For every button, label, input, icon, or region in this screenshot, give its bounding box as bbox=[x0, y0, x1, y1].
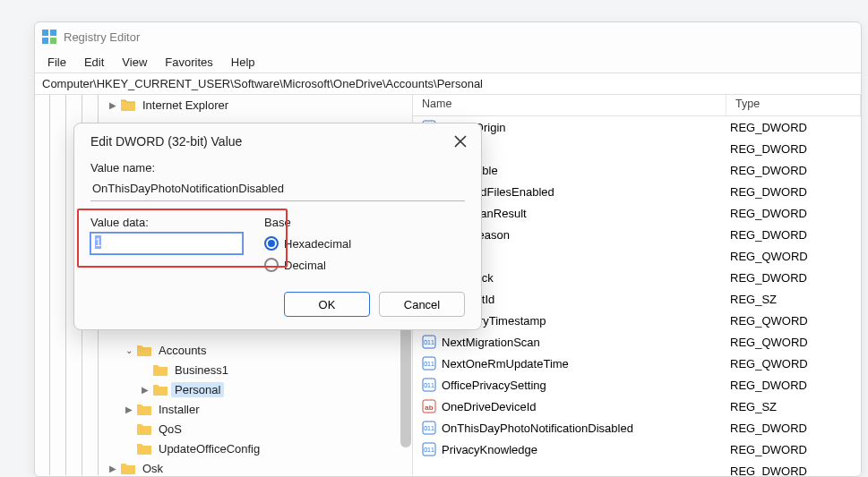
row-type: REG_DWORD bbox=[730, 379, 807, 392]
row-name: OfficePrivacySetting bbox=[442, 379, 730, 392]
list-row[interactable]: 011NextMigrationScanREG_QWORD bbox=[413, 331, 861, 353]
row-name: NextMigrationScan bbox=[442, 336, 730, 349]
row-name: NextOneRmUpdateTime bbox=[442, 357, 730, 371]
row-type: REG_DWORD bbox=[730, 464, 807, 476]
row-type: REG_DWORD bbox=[730, 121, 807, 134]
row-type: REG_DWORD bbox=[730, 164, 807, 177]
tree-scrollbar[interactable] bbox=[400, 322, 411, 447]
tree-node-qos[interactable]: QoS bbox=[35, 419, 263, 439]
row-type: REG_DWORD bbox=[730, 228, 807, 242]
radio-label: Hexadecimal bbox=[284, 237, 351, 251]
radio-hexadecimal[interactable]: Hexadecimal bbox=[264, 233, 351, 254]
svg-text:011: 011 bbox=[424, 339, 434, 345]
row-type: REG_QWORD bbox=[730, 336, 808, 349]
menu-file[interactable]: File bbox=[39, 54, 75, 71]
value-data-input[interactable]: 1 bbox=[90, 233, 243, 254]
reg-binary-icon: 011 bbox=[422, 421, 436, 435]
tree-label: Business1 bbox=[171, 362, 232, 378]
list-row[interactable]: 011OnThisDayPhotoNotificationDisabledREG… bbox=[413, 417, 861, 439]
tree-label: Accounts bbox=[155, 343, 210, 358]
chevron-right-icon[interactable]: ▶ bbox=[107, 464, 119, 473]
radio-decimal[interactable]: Decimal bbox=[264, 254, 351, 276]
tree-node-installer[interactable]: ▶ Installer bbox=[35, 399, 263, 419]
svg-rect-0 bbox=[42, 30, 48, 36]
tree-node-business1[interactable]: Business1 bbox=[35, 360, 263, 379]
menu-favorites[interactable]: Favorites bbox=[156, 54, 221, 71]
folder-icon bbox=[121, 462, 135, 474]
folder-open-icon bbox=[137, 344, 151, 356]
row-type: REG_DWORD bbox=[730, 185, 807, 199]
tree-node-internet-explorer[interactable]: ▶ Internet Explorer bbox=[35, 95, 263, 115]
row-type: REG_QWORD bbox=[730, 314, 808, 328]
column-header-name[interactable]: Name bbox=[413, 95, 726, 115]
cancel-button[interactable]: Cancel bbox=[379, 292, 465, 317]
tree-node-accounts[interactable]: ⌄ Accounts bbox=[35, 340, 263, 360]
row-name: ationScanResult bbox=[442, 207, 730, 220]
row-name: OnThisDayPhotoNotificationDisabled bbox=[442, 422, 730, 435]
row-name: ketQueryTimestamp bbox=[442, 314, 730, 328]
tree-node-osk[interactable]: ▶ Osk bbox=[35, 458, 263, 475]
menubar: File Edit View Favorites Help bbox=[35, 51, 861, 72]
row-type: REG_SZ bbox=[730, 293, 777, 306]
row-type: REG_DWORD bbox=[730, 207, 807, 220]
menu-view[interactable]: View bbox=[113, 54, 156, 71]
tree-label: UpdateOfficeConfig bbox=[155, 441, 263, 456]
value-name-field: OnThisDayPhotoNotificationDisabled bbox=[90, 178, 465, 201]
tree-label: Osk bbox=[139, 461, 167, 476]
list-row[interactable]: abOneDriveDeviceIdREG_SZ bbox=[413, 396, 861, 417]
folder-icon bbox=[137, 442, 151, 455]
value-name-label: Value name: bbox=[90, 161, 465, 175]
row-type: REG_DWORD bbox=[730, 142, 807, 156]
folder-icon bbox=[153, 363, 168, 376]
row-name: downReason bbox=[442, 228, 730, 242]
svg-rect-2 bbox=[42, 38, 48, 44]
reg-binary-icon: 011 bbox=[422, 335, 436, 349]
chevron-down-icon[interactable]: ⌄ bbox=[123, 345, 135, 355]
row-type: REG_QWORD bbox=[730, 250, 808, 263]
chevron-right-icon[interactable]: ▶ bbox=[123, 405, 135, 414]
menu-edit[interactable]: Edit bbox=[75, 54, 113, 71]
list-row[interactable]: 011PrivacyKnowledgeREG_DWORD bbox=[413, 439, 861, 460]
folder-icon bbox=[137, 403, 151, 415]
folder-icon bbox=[137, 422, 151, 435]
list-row[interactable]: 011NextOneRmUpdateTimeREG_QWORD bbox=[413, 353, 861, 374]
svg-rect-3 bbox=[50, 38, 56, 44]
row-name: OneDriveDeviceId bbox=[442, 400, 730, 413]
row-name: SignInOrigin bbox=[442, 121, 730, 134]
list-row[interactable]: 011OfficePrivacySettingREG_DWORD bbox=[413, 374, 861, 396]
folder-icon bbox=[121, 98, 135, 111]
tree-label: Personal bbox=[171, 382, 224, 397]
svg-text:011: 011 bbox=[424, 447, 434, 453]
reg-binary-icon: 011 bbox=[422, 378, 436, 392]
row-name: PrivacyKnowledge bbox=[442, 443, 730, 456]
tree-node-personal[interactable]: ▶ Personal bbox=[35, 379, 263, 399]
radio-checked-icon bbox=[264, 236, 279, 251]
blank-icon bbox=[422, 464, 436, 475]
address-bar[interactable]: Computer\HKEY_CURRENT_USER\Software\Micr… bbox=[35, 72, 861, 95]
list-row[interactable]: REG_DWORD bbox=[413, 460, 861, 475]
list-header: Name Type bbox=[413, 95, 861, 116]
close-icon[interactable] bbox=[454, 135, 467, 148]
radio-label: Decimal bbox=[284, 259, 326, 272]
row-name: aceRootId bbox=[442, 293, 730, 306]
chevron-right-icon[interactable]: ▶ bbox=[139, 385, 151, 395]
svg-text:ab: ab bbox=[425, 404, 433, 412]
row-type: REG_DWORD bbox=[730, 271, 807, 285]
tree-label: QoS bbox=[155, 422, 185, 437]
ok-button[interactable]: OK bbox=[284, 292, 370, 317]
tree-node-updateofficeconfig[interactable]: UpdateOfficeConfig bbox=[35, 439, 263, 458]
row-name: gnInStack bbox=[442, 271, 730, 285]
value-data-label: Value data: bbox=[90, 216, 243, 229]
radio-unchecked-icon bbox=[264, 258, 279, 272]
menu-help[interactable]: Help bbox=[222, 54, 264, 71]
row-type: REG_SZ bbox=[730, 400, 777, 413]
svg-rect-1 bbox=[50, 30, 56, 36]
reg-binary-icon: 011 bbox=[422, 442, 436, 456]
svg-text:011: 011 bbox=[424, 382, 434, 388]
chevron-right-icon[interactable]: ▶ bbox=[107, 100, 119, 110]
column-header-type[interactable]: Type bbox=[726, 95, 861, 115]
titlebar: Registry Editor bbox=[35, 22, 861, 51]
reg-binary-icon: 011 bbox=[422, 356, 436, 371]
row-type: REG_QWORD bbox=[730, 357, 808, 371]
tree-label: Installer bbox=[155, 402, 203, 417]
